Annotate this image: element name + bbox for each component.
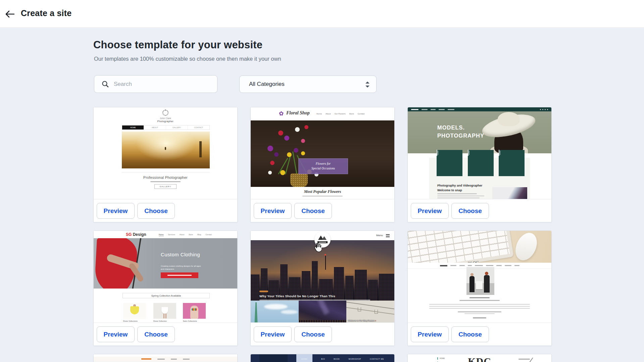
image-icon <box>468 150 468 156</box>
blog-thumbnails: Welcome to Our Blog Feature › <box>251 301 394 322</box>
template-nav <box>94 357 237 362</box>
template-brand-name: SG Design <box>126 232 146 237</box>
model-hat-photo: MODELS. PHOTOGRAPHY <box>408 111 551 153</box>
search-input[interactable] <box>114 76 213 92</box>
vase <box>290 173 308 187</box>
template-card-photographer[interactable]: John Clark Photographer HOME ABOUT GALLE… <box>93 107 238 222</box>
back-button[interactable] <box>4 9 15 19</box>
mouse <box>511 231 541 263</box>
template-card-blog[interactable]: BLOG Preview Choose <box>407 230 552 346</box>
template-headline: Custom Clothing <box>161 252 200 257</box>
template-nav: HOME ABOUT GALLERY CONTACT <box>122 125 210 130</box>
feature-tile-images <box>468 150 494 176</box>
template-preview-blog: BLOG <box>408 231 551 322</box>
category-select[interactable]: All Categories <box>239 75 377 93</box>
red-dress-photo: Custom Clothing Creating custom clothing… <box>94 238 237 289</box>
product-label: Dress Collections <box>123 320 146 322</box>
hero-cta-button <box>161 272 198 278</box>
choose-button[interactable]: Choose <box>451 203 489 219</box>
card-actions: Preview Choose <box>251 322 394 346</box>
template-body-subtitle: Welcome to snap <box>437 189 462 192</box>
template-preview-partial-2: HOME BIO BOOK WORKSHOP CONTACT ME <box>251 354 394 362</box>
thumbnail-caption: Welcome to Our Blog Feature › <box>348 319 376 321</box>
template-brand-name: Floral Shop <box>286 110 310 116</box>
template-card-partial-1[interactable] <box>93 354 238 362</box>
product-photo-swimwear <box>183 303 206 319</box>
back-arrow-icon <box>5 10 15 18</box>
template-card-sg-design[interactable]: SG Design Home Services About Store Blog… <box>93 230 238 346</box>
product-photo-yellow-dress <box>123 303 146 319</box>
template-card-partial-2[interactable]: HOME BIO BOOK WORKSHOP CONTACT ME <box>250 354 395 362</box>
card-actions: Preview Choose <box>251 199 394 222</box>
card-actions: Preview Choose <box>94 322 237 346</box>
model-face-photo <box>492 187 527 199</box>
template-preview-travel-blog: Menu <box>251 231 394 322</box>
floral-banner: Flowers for Special Occasions <box>298 158 348 174</box>
template-header: ✿ Floral Shop Home About Our Flowers Sto… <box>251 107 394 120</box>
gallery-button: GALLERY <box>154 184 177 189</box>
city-skyline-photo: Why Your Titles Should be No Longer Than… <box>251 240 394 301</box>
nav-item-home: HOME <box>296 354 312 362</box>
template-header: SG Design Home Services About Store Blog… <box>94 231 237 238</box>
hello-script-placeholder <box>259 291 268 292</box>
product-label: Dress Collection <box>153 320 176 322</box>
template-card-models[interactable]: MODELS. PHOTOGRAPHY Photography <box>407 107 552 222</box>
preview-button[interactable]: Preview <box>97 203 135 219</box>
keyboard <box>408 231 514 263</box>
sunset-field-photo <box>122 132 210 168</box>
flower-icon: ✿ <box>279 110 284 117</box>
menu-label: Menu <box>376 234 383 237</box>
nav-logo-block <box>259 354 288 362</box>
keyboard-desk-photo: BLOG <box>408 231 551 263</box>
template-nav: Home About Our Flowers Store Contact <box>316 113 364 115</box>
hamburger-menu-icon <box>386 234 390 237</box>
sidebar-item: HOME <box>437 357 445 360</box>
choose-button[interactable]: Choose <box>294 203 332 219</box>
ski-lift-photo: Welcome to Our Blog Feature › <box>346 301 394 322</box>
template-brand-sub: Photographer <box>94 120 237 122</box>
template-card-floral[interactable]: ✿ Floral Shop Home About Our Flowers Sto… <box>250 107 395 222</box>
blog-word: BLOG <box>467 260 479 263</box>
section-subheading: Our templates are 100% customizable so c… <box>94 56 281 62</box>
camera-icon <box>499 150 499 156</box>
mountain-logo-badge <box>314 231 331 248</box>
select-stepper-icon <box>365 81 369 88</box>
collection-strip: Spring Collection Available <box>122 293 210 298</box>
template-headline: Professional Photographer <box>94 175 237 179</box>
template-grid: John Clark Photographer HOME ABOUT GALLE… <box>93 107 552 362</box>
template-card-travel-blog[interactable]: Menu <box>250 230 395 346</box>
social-icons <box>540 109 548 110</box>
template-preview-partial-1 <box>94 354 237 362</box>
preview-button[interactable]: Preview <box>254 326 292 342</box>
video-icon <box>437 150 437 156</box>
category-select-value: All Categories <box>249 81 285 88</box>
preview-button[interactable]: Preview <box>411 326 449 342</box>
choose-button[interactable]: Choose <box>294 326 332 342</box>
choose-button[interactable]: Choose <box>451 326 489 342</box>
choose-button[interactable]: Choose <box>137 326 175 342</box>
template-nav: HOME BIO BOOK WORKSHOP CONTACT ME <box>251 354 394 362</box>
choose-button[interactable]: Choose <box>137 203 175 219</box>
preview-button[interactable]: Preview <box>97 326 135 342</box>
template-brand-name: John Clark <box>94 117 237 119</box>
aperture-logo-icon <box>162 110 168 116</box>
template-section-title: Most Popular Flowers <box>251 189 394 194</box>
section-heading: Choose template for your website <box>93 39 262 51</box>
template-preview-partial-3: KDC HOME ABOUT <box>408 354 551 362</box>
feature-tile-videography <box>437 150 462 176</box>
card-actions: Preview Choose <box>94 199 237 222</box>
tagline-placeholder <box>150 181 181 182</box>
template-body-title: Photography and Videographer <box>437 184 482 187</box>
template-nav: Home Services About Store Blog Contact <box>159 234 212 236</box>
product-label: Swim Collections <box>183 320 206 322</box>
preview-button[interactable]: Preview <box>411 203 449 219</box>
blog-post-title: Why Your Titles Should be No Longer Than… <box>259 294 335 298</box>
hero-subtext: and characters <box>161 268 174 270</box>
template-preview-floral: ✿ Floral Shop Home About Our Flowers Sto… <box>251 107 394 199</box>
card-actions: Preview Choose <box>408 322 551 346</box>
template-card-partial-3[interactable]: KDC HOME ABOUT <box>407 354 552 362</box>
hero-subtext: Creating custom clothing designs for all… <box>161 265 201 267</box>
divider <box>122 172 210 172</box>
salon-photo <box>466 267 494 295</box>
preview-button[interactable]: Preview <box>254 203 292 219</box>
